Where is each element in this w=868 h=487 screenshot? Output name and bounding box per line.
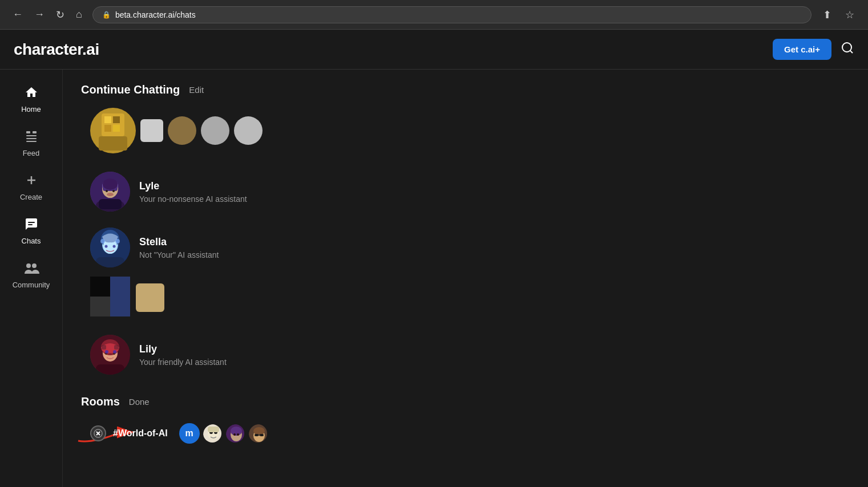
chat-item-lyle[interactable]: Lyle Your no-nonsense AI assistant (81, 165, 850, 218)
svg-rect-54 (114, 345, 119, 350)
svg-rect-73 (260, 434, 264, 436)
svg-rect-27 (99, 199, 122, 209)
svg-rect-44 (90, 297, 110, 316)
feed-icon (25, 129, 38, 145)
chat-item-stella[interactable]: Stella Not "Your" AI assistant (81, 221, 850, 274)
svg-point-11 (26, 263, 31, 268)
svg-rect-16 (113, 116, 120, 123)
sidebar-item-feed[interactable]: Feed (0, 123, 62, 164)
create-icon (25, 173, 38, 189)
sidebar-item-home[interactable]: Home (0, 79, 62, 120)
search-icon (841, 41, 854, 55)
sidebar-item-community-label: Community (13, 281, 50, 289)
community-icon (23, 261, 39, 277)
room-avatar-char1 (202, 423, 223, 444)
svg-point-66 (231, 427, 242, 436)
sidebar-item-community[interactable]: Community (0, 254, 62, 296)
svg-point-51 (105, 350, 108, 354)
blurred-char-dark[interactable] (90, 277, 130, 319)
reload-button[interactable]: ↻ (53, 6, 68, 23)
home-button[interactable]: ⌂ (72, 6, 86, 23)
blurred-tan-card[interactable] (136, 283, 164, 312)
continue-chatting-header: Continue Chatting Edit (81, 83, 850, 96)
svg-point-52 (113, 350, 116, 354)
room-name: #World-of-AI (113, 428, 168, 439)
svg-rect-17 (104, 125, 111, 132)
chat-item-lily[interactable]: Lily Your friendly AI assistant (81, 328, 850, 382)
lyle-info: Lyle Your no-nonsense AI assistant (139, 180, 247, 204)
sidebar-item-create[interactable]: Create (0, 167, 62, 208)
lyle-avatar (90, 172, 130, 212)
svg-rect-74 (259, 435, 260, 436)
sidebar-item-create-label: Create (20, 193, 42, 201)
svg-rect-10 (28, 224, 33, 225)
back-button[interactable]: ← (9, 6, 26, 23)
featured-char-3[interactable] (168, 116, 196, 145)
svg-rect-43 (90, 277, 110, 297)
url-text: beta.character.ai/chats (115, 10, 196, 19)
search-button[interactable] (841, 41, 854, 58)
svg-point-30 (107, 193, 114, 196)
lyle-avatar-svg (90, 172, 130, 212)
svg-rect-18 (113, 125, 120, 132)
get-plus-button[interactable]: Get c.ai+ (773, 39, 831, 60)
address-bar[interactable]: 🔒 beta.character.ai/chats (92, 6, 812, 23)
stella-name: Stella (139, 236, 219, 248)
continue-chatting-title: Continue Chatting (81, 83, 180, 96)
svg-rect-19 (99, 136, 127, 151)
remove-icon (94, 429, 103, 438)
svg-point-39 (115, 239, 120, 244)
edit-button[interactable]: Edit (189, 85, 204, 95)
svg-point-0 (842, 43, 851, 52)
lily-name: Lily (139, 343, 227, 355)
featured-char-5[interactable] (234, 116, 263, 145)
rooms-header: Rooms Done (81, 395, 850, 408)
lily-desc: Your friendly AI assistant (139, 358, 227, 367)
room-char2-svg (226, 424, 245, 444)
svg-line-1 (850, 50, 853, 52)
share-button[interactable]: ⬆ (818, 6, 836, 23)
room-avatar-m: m (179, 423, 200, 444)
svg-rect-6 (33, 131, 37, 133)
room-item-wrapper: #World-of-AI m (81, 417, 850, 449)
app-logo: character.ai (14, 40, 99, 59)
blurred-dark-svg (90, 277, 130, 316)
lily-avatar (90, 335, 130, 375)
svg-point-71 (253, 427, 265, 435)
main-layout: Home Feed Create (0, 70, 868, 487)
svg-point-67 (233, 433, 236, 436)
room-remove-button[interactable] (90, 425, 106, 441)
room-avatar-char3 (248, 423, 268, 444)
lyle-name: Lyle (139, 180, 247, 192)
room-avatar-char2 (225, 423, 245, 444)
chats-icon (25, 217, 38, 233)
svg-rect-2 (26, 131, 30, 133)
browser-chrome: ← → ↻ ⌂ 🔒 beta.character.ai/chats ⬆ ☆ (0, 0, 868, 30)
lyle-desc: Your no-nonsense AI assistant (139, 194, 247, 204)
sidebar-item-feed-label: Feed (23, 149, 40, 157)
forward-button[interactable]: → (31, 6, 48, 23)
svg-rect-5 (26, 141, 37, 142)
bookmark-button[interactable]: ☆ (841, 6, 859, 23)
svg-rect-72 (255, 434, 259, 436)
svg-rect-15 (104, 116, 111, 123)
featured-char-2[interactable] (140, 119, 163, 142)
svg-point-38 (100, 239, 105, 244)
sidebar-item-chats-label: Chats (22, 237, 41, 245)
svg-rect-48 (96, 364, 124, 375)
sidebar-item-home-label: Home (21, 105, 41, 113)
stella-info: Stella Not "Your" AI assistant (139, 236, 219, 259)
room-avatars: m (179, 423, 268, 444)
featured-char-1[interactable] (90, 108, 136, 153)
char-1-avatar-svg (90, 108, 136, 153)
svg-point-28 (106, 190, 108, 192)
room-item-world-of-ai[interactable]: #World-of-AI m (81, 417, 850, 449)
room-char3-svg (249, 424, 268, 444)
sidebar-item-chats[interactable]: Chats (0, 210, 62, 252)
done-button[interactable]: Done (129, 397, 150, 407)
svg-point-68 (237, 433, 239, 436)
svg-rect-9 (28, 222, 35, 223)
featured-char-4[interactable] (201, 116, 229, 145)
svg-point-12 (32, 263, 37, 268)
svg-point-25 (103, 178, 118, 190)
